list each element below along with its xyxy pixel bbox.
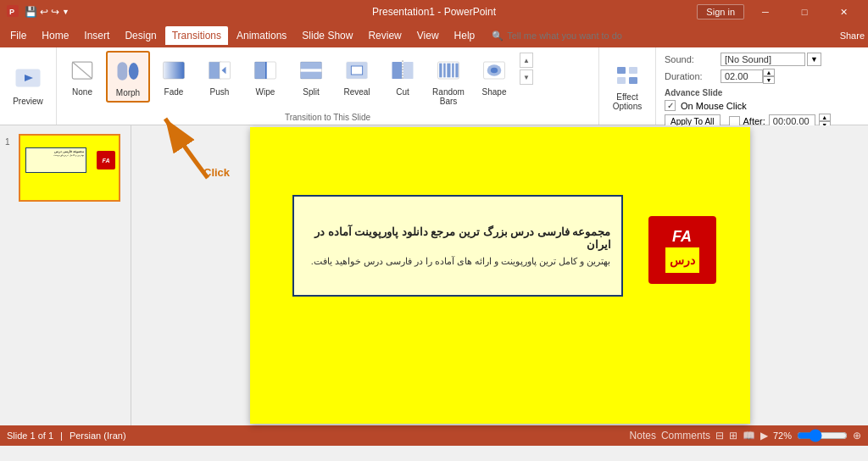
menu-animations[interactable]: Animations	[230, 26, 293, 45]
transition-cut[interactable]: Cut	[381, 51, 425, 102]
fade-label: Fade	[164, 87, 184, 97]
tell-me-input[interactable]	[507, 31, 643, 41]
split-icon	[296, 55, 326, 86]
transition-wipe[interactable]: Wipe	[243, 51, 287, 102]
slide-panel: 1 مجموعه فارسی درس بهترین و کامل ترین پا…	[0, 125, 131, 425]
save-icon[interactable]: 💾	[25, 6, 37, 18]
menu-view[interactable]: View	[410, 26, 446, 45]
preview-label: Preview	[13, 97, 43, 106]
svg-point-31	[491, 68, 498, 74]
effect-options-section: EffectOptions	[599, 47, 656, 125]
wipe-label: Wipe	[256, 87, 275, 97]
restore-button[interactable]: □	[787, 0, 822, 24]
slideshow-icon[interactable]: ▶	[760, 430, 768, 442]
notes-button[interactable]: Notes	[630, 430, 656, 442]
ribbon: Preview None	[0, 47, 868, 125]
svg-rect-33	[629, 67, 637, 74]
slide-thumbnail[interactable]: مجموعه فارسی درس بهترین و کامل ترین پاور…	[19, 134, 120, 202]
shape-label: Shape	[482, 87, 507, 97]
normal-view-icon[interactable]: ⊟	[715, 430, 724, 442]
menu-help[interactable]: Help	[448, 26, 482, 45]
timing-controls: Sound: ▼ Duration: ▲ ▼ Advance Slide	[665, 51, 860, 129]
transition-reveal[interactable]: Reveal	[335, 51, 379, 102]
status-left: Slide 1 of 1 | Persian (Iran)	[7, 430, 126, 441]
effect-options-button[interactable]: EffectOptions	[606, 58, 648, 114]
comments-button[interactable]: Comments	[661, 430, 710, 442]
sign-in-button[interactable]: Sign in	[697, 4, 744, 19]
sound-dropdown-arrow[interactable]: ▼	[807, 53, 821, 66]
transition-none[interactable]: None	[60, 51, 104, 102]
thumb-box: مجموعه فارسی درس بهترین و کامل ترین پاور…	[25, 147, 86, 173]
reading-view-icon[interactable]: 📖	[743, 430, 755, 442]
fade-icon	[159, 55, 189, 86]
after-up[interactable]: ▲	[819, 114, 831, 121]
menu-insert[interactable]: Insert	[77, 26, 116, 45]
duration-spinner: ▲ ▼	[763, 69, 775, 84]
duration-input[interactable]	[721, 69, 763, 83]
thumb-logo: FA	[97, 151, 115, 169]
duration-input-group: ▲ ▼	[721, 69, 775, 84]
redo-icon[interactable]: ↪	[51, 6, 59, 18]
svg-rect-16	[301, 62, 322, 69]
close-button[interactable]: ✕	[826, 0, 861, 24]
effect-options-icon	[614, 62, 641, 91]
undo-icon[interactable]: ↩	[40, 6, 48, 18]
menu-home[interactable]: Home	[35, 26, 75, 45]
share-btn[interactable]: Share	[840, 30, 865, 42]
menu-file[interactable]: File	[3, 26, 33, 45]
slide-content-box[interactable]: مجموعه فارسی درس بزرگ ترین مرجع دانلود پ…	[292, 195, 623, 297]
thumb-sub-text: بهترین و کامل ترین پاورپوینت	[28, 153, 84, 157]
menu-design[interactable]: Design	[118, 26, 163, 45]
random-bars-icon	[433, 55, 464, 86]
cut-label: Cut	[396, 87, 409, 97]
menu-review[interactable]: Review	[361, 26, 408, 45]
logo-fa-text: FA	[672, 228, 692, 246]
on-mouse-click-checkbox[interactable]: ✓	[665, 100, 676, 111]
push-label: Push	[210, 87, 230, 97]
on-mouse-click-label: On Mouse Click	[681, 101, 747, 111]
duration-label: Duration:	[665, 71, 715, 81]
customize-icon[interactable]: ▼	[62, 8, 70, 16]
svg-rect-26	[447, 64, 450, 78]
fit-slide-icon[interactable]: ⊕	[853, 430, 861, 442]
transition-random-bars[interactable]: Random Bars	[426, 51, 470, 110]
app-title: Presentation1 - PowerPoint	[372, 6, 496, 18]
slide-sorter-icon[interactable]: ⊞	[729, 430, 737, 442]
tell-me-box[interactable]: 🔍	[492, 31, 643, 42]
logo-yellow-bar: درس	[665, 247, 699, 273]
scroll-down-btn[interactable]: ▼	[520, 69, 533, 85]
menu-slideshow[interactable]: Slide Show	[295, 26, 359, 45]
push-icon	[204, 55, 235, 86]
duration-down[interactable]: ▼	[763, 76, 775, 84]
sound-input-group: ▼	[721, 53, 821, 66]
transition-shape[interactable]: Shape	[472, 51, 516, 102]
reveal-label: Reveal	[343, 87, 370, 97]
duration-up[interactable]: ▲	[763, 69, 775, 76]
transition-fade[interactable]: Fade	[152, 51, 196, 102]
svg-rect-21	[403, 62, 414, 79]
slide-canvas[interactable]: مجموعه فارسی درس بزرگ ترین مرجع دانلود پ…	[250, 127, 750, 424]
svg-rect-8	[164, 62, 185, 79]
scroll-up-btn[interactable]: ▲	[520, 53, 533, 68]
on-mouse-click-row: ✓ On Mouse Click	[665, 100, 860, 111]
svg-rect-19	[351, 66, 362, 75]
transition-push[interactable]: Push	[198, 51, 242, 102]
svg-rect-20	[392, 62, 403, 79]
transition-split[interactable]: Split	[289, 51, 333, 102]
main-area: 1 مجموعه فارسی درس بهترین و کامل ترین پا…	[0, 125, 868, 425]
zoom-slider[interactable]	[797, 430, 848, 441]
status-right: Notes Comments ⊟ ⊞ 📖 ▶ 72% ⊕	[630, 430, 861, 442]
shape-icon	[479, 55, 509, 86]
preview-button[interactable]: Preview	[7, 63, 49, 109]
svg-rect-25	[443, 64, 446, 78]
svg-rect-32	[617, 67, 626, 74]
slide-thumb-wrapper: 1 مجموعه فارسی درس بهترین و کامل ترین پا…	[3, 132, 127, 203]
transition-morph[interactable]: Morph	[106, 51, 150, 103]
sound-dropdown[interactable]	[721, 53, 805, 66]
svg-rect-17	[301, 72, 322, 79]
menu-transitions[interactable]: Transitions	[165, 26, 228, 45]
advance-slide-label: Advance Slide	[665, 88, 860, 97]
minimize-button[interactable]: ─	[748, 0, 783, 24]
canvas-area: مجموعه فارسی درس بزرگ ترین مرجع دانلود پ…	[131, 125, 868, 425]
share-label[interactable]: Share	[840, 31, 865, 41]
